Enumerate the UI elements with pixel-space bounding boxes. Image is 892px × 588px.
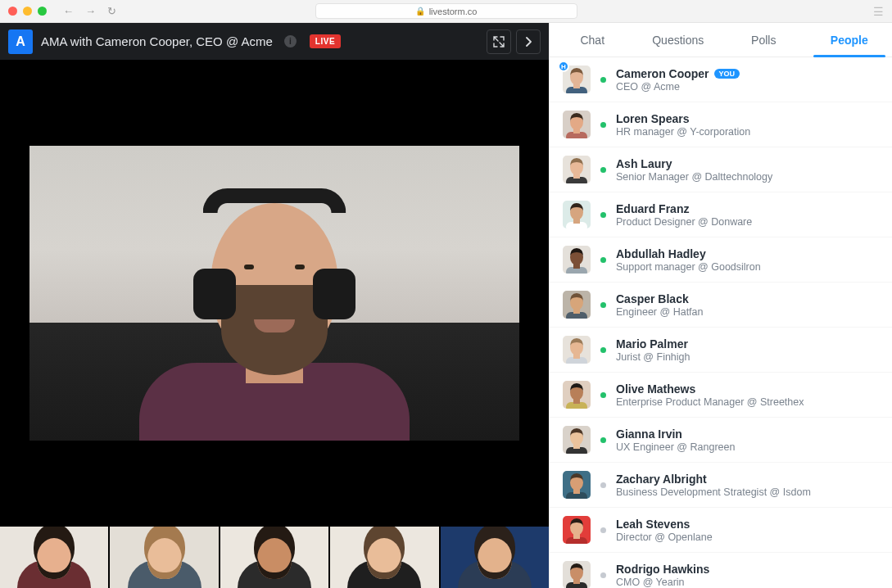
person-info: Casper BlackEngineer @ Hatfan: [616, 292, 704, 318]
participant-thumbnail[interactable]: [441, 527, 549, 588]
main-speaker-video[interactable]: [29, 146, 519, 441]
person-role: CEO @ Acme: [616, 81, 740, 93]
fullscreen-button[interactable]: [487, 29, 511, 54]
participant-thumbnails: [0, 527, 549, 588]
person-name: Olive Mathews: [616, 382, 804, 396]
presence-indicator-icon: [600, 572, 606, 578]
live-badge: LIVE: [310, 34, 341, 48]
browser-menu-icon[interactable]: ☰: [873, 5, 884, 18]
person-row[interactable]: HCameron CooperYOUCEO @ Acme: [550, 57, 892, 102]
close-window-icon[interactable]: [8, 7, 17, 16]
person-name: Rodrigo Hawkins: [616, 563, 709, 576]
maximize-window-icon[interactable]: [38, 7, 47, 16]
event-title: AMA with Cameron Cooper, CEO @ Acme: [41, 34, 273, 48]
person-role: CMO @ Yearin: [616, 577, 709, 588]
person-name: Abdullah Hadley: [616, 247, 761, 260]
presence-indicator-icon: [600, 167, 606, 173]
forward-button[interactable]: →: [85, 5, 96, 17]
url-host: livestorm.co: [429, 7, 478, 16]
person-info: Cameron CooperYOUCEO @ Acme: [616, 67, 740, 93]
person-role: Engineer @ Hatfan: [616, 306, 704, 318]
person-row[interactable]: Rodrigo HawkinsCMO @ Yearin: [550, 553, 892, 588]
person-name: Cameron CooperYOU: [616, 67, 740, 80]
person-role: Jurist @ Finhigh: [616, 351, 691, 363]
person-role: Business Development Strategist @ Isdom: [616, 486, 811, 498]
avatar: [563, 471, 591, 499]
person-row[interactable]: Loren SpearsHR manager @ Y-corporation: [550, 102, 892, 147]
person-row[interactable]: Eduard FranzProduct Designer @ Donware: [550, 192, 892, 237]
person-name: Mario Palmer: [616, 337, 691, 351]
main-video-area: [0, 60, 549, 527]
person-name: Zachary Albright: [616, 473, 811, 486]
person-role: UX Engineer @ Rangreen: [616, 441, 735, 453]
minimize-window-icon[interactable]: [23, 7, 32, 16]
presence-indicator-icon: [600, 77, 606, 83]
sidebar-tabs: ChatQuestionsPollsPeople: [550, 23, 892, 57]
person-row[interactable]: Mario PalmerJurist @ Finhigh: [550, 328, 892, 373]
tab-label: Polls: [751, 34, 776, 47]
window-controls: [8, 7, 47, 16]
host-badge-icon: H: [558, 61, 569, 72]
person-row[interactable]: Leah StevensDirector @ Openlane: [550, 508, 892, 553]
back-button[interactable]: ←: [63, 5, 74, 17]
presence-indicator-icon: [600, 257, 606, 263]
participant-thumbnail[interactable]: [220, 527, 328, 588]
person-role: Senior Manager @ Dalttechnology: [616, 171, 772, 183]
person-row[interactable]: Olive MathewsEnterprise Product Manager …: [550, 373, 892, 418]
brand-logo: A: [8, 29, 33, 54]
person-row[interactable]: Casper BlackEngineer @ Hatfan: [550, 283, 892, 328]
person-info: Zachary AlbrightBusiness Development Str…: [616, 473, 811, 498]
presence-indicator-icon: [600, 527, 606, 533]
person-name: Loren Spears: [616, 112, 750, 125]
person-role: Product Designer @ Donware: [616, 216, 752, 228]
you-badge: YOU: [714, 69, 740, 79]
person-info: Loren SpearsHR manager @ Y-corporation: [616, 112, 750, 138]
person-info: Gianna IrvinUX Engineer @ Rangreen: [616, 427, 735, 453]
info-icon[interactable]: i: [284, 35, 297, 47]
person-info: Abdullah HadleySupport manager @ Goodsil…: [616, 247, 761, 273]
person-role: Support manager @ Goodsilron: [616, 261, 761, 273]
presence-indicator-icon: [600, 392, 606, 398]
person-role: Director @ Openlane: [616, 531, 713, 543]
avatar: [563, 516, 591, 544]
people-list: HCameron CooperYOUCEO @ Acme Loren Spear…: [550, 57, 892, 588]
person-info: Mario PalmerJurist @ Finhigh: [616, 337, 691, 363]
tab-questions[interactable]: Questions: [636, 23, 722, 57]
url-bar[interactable]: 🔒 livestorm.co: [315, 3, 577, 19]
tab-label: Questions: [652, 34, 704, 47]
avatar: [563, 336, 591, 364]
person-name: Gianna Irvin: [616, 427, 735, 441]
person-info: Leah StevensDirector @ Openlane: [616, 518, 713, 543]
avatar: [563, 111, 591, 138]
avatar: [563, 561, 591, 588]
person-row[interactable]: Abdullah HadleySupport manager @ Goodsil…: [550, 237, 892, 283]
tab-polls[interactable]: Polls: [721, 23, 807, 57]
participant-thumbnail[interactable]: [0, 527, 108, 588]
tab-people[interactable]: People: [807, 23, 893, 57]
participant-thumbnail[interactable]: [110, 527, 218, 588]
nav-controls: ← → ↻: [63, 5, 116, 17]
avatar: [563, 201, 591, 228]
person-role: Enterprise Product Manager @ Streethex: [616, 396, 804, 408]
person-name: Casper Black: [616, 292, 704, 305]
presence-indicator-icon: [600, 482, 606, 488]
reload-button[interactable]: ↻: [107, 5, 116, 17]
collapse-panel-button[interactable]: [516, 29, 541, 54]
video-stage: A AMA with Cameron Cooper, CEO @ Acme i …: [0, 23, 549, 588]
tab-chat[interactable]: Chat: [550, 23, 636, 57]
presence-indicator-icon: [600, 437, 606, 443]
avatar: [563, 381, 591, 409]
person-row[interactable]: Zachary AlbrightBusiness Development Str…: [550, 463, 892, 508]
person-name: Leah Stevens: [616, 518, 713, 531]
tab-label: Chat: [580, 34, 604, 47]
stage-header: A AMA with Cameron Cooper, CEO @ Acme i …: [0, 23, 549, 60]
participant-thumbnail[interactable]: [330, 527, 438, 588]
person-name: Eduard Franz: [616, 202, 752, 215]
presence-indicator-icon: [600, 347, 606, 353]
person-info: Eduard FranzProduct Designer @ Donware: [616, 202, 752, 228]
person-row[interactable]: Ash LaurySenior Manager @ Dalttechnology: [550, 147, 892, 192]
avatar: [563, 291, 591, 319]
person-row[interactable]: Gianna IrvinUX Engineer @ Rangreen: [550, 418, 892, 463]
browser-chrome: ← → ↻ 🔒 livestorm.co ☰: [0, 0, 892, 23]
avatar: [563, 246, 591, 274]
